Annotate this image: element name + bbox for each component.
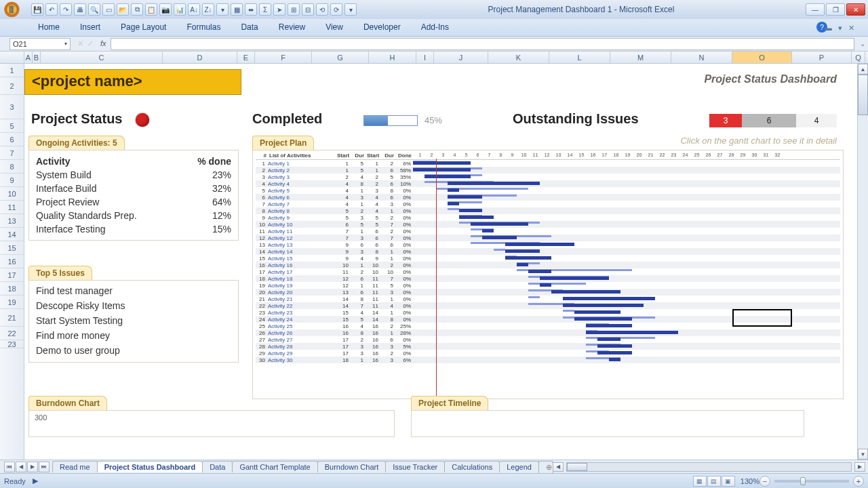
minimize-button[interactable]: — xyxy=(806,3,825,16)
hscroll-right-icon[interactable]: ▶ xyxy=(854,462,865,472)
col-header-D[interactable]: D xyxy=(163,52,237,63)
sheet-nav-prev-icon[interactable]: ◀ xyxy=(16,462,26,472)
horizontal-scrollbar[interactable]: ◀ ▶ xyxy=(553,462,868,472)
col-header-P[interactable]: P xyxy=(792,52,852,63)
sheet-tab-data[interactable]: Data xyxy=(202,461,233,472)
col-header-E[interactable]: E xyxy=(237,52,255,63)
row-header-22[interactable]: 22 xyxy=(0,327,24,340)
vscroll-thumb[interactable] xyxy=(858,75,868,115)
sheet-nav-last-icon[interactable]: ⏭ xyxy=(39,462,50,472)
sheet-tab-issue-tracker[interactable]: Issue Tracker xyxy=(385,461,445,472)
ribbon-tab-view[interactable]: View xyxy=(321,20,347,36)
ribbon-minimize-icon[interactable]: ▬ ▾ ✕ xyxy=(825,24,854,33)
qat-autosum-icon[interactable]: Σ xyxy=(259,3,271,16)
project-name-cell[interactable]: <project name> xyxy=(24,69,241,95)
qat-rotate-left-icon[interactable]: ⟲ xyxy=(316,3,328,16)
worksheet-grid[interactable]: 12356789101113141516171819212223 <projec… xyxy=(0,64,868,460)
qat-undo-icon[interactable]: ↶ xyxy=(45,3,58,16)
qat-chart-icon[interactable]: 📊 xyxy=(174,3,186,16)
row-header-15[interactable]: 15 xyxy=(0,241,24,255)
sheet-tab-project-status-dashboard[interactable]: Project Status Dashboard xyxy=(97,461,203,472)
row-header-5[interactable]: 5 xyxy=(0,119,24,133)
macro-record-icon[interactable]: ▶ xyxy=(33,476,38,485)
qat-sort-asc-icon[interactable]: A↓ xyxy=(188,3,200,16)
zoom-thumb[interactable] xyxy=(800,477,806,485)
qat-pointer-icon[interactable]: ➤ xyxy=(273,3,285,16)
vertical-scrollbar[interactable]: ▲ ▼ xyxy=(857,64,868,460)
zoom-level[interactable]: 130% xyxy=(741,477,760,485)
zoom-slider[interactable] xyxy=(774,480,849,483)
col-header-G[interactable]: G xyxy=(312,52,369,63)
office-button[interactable] xyxy=(3,1,28,18)
row-header-21[interactable]: 21 xyxy=(0,309,24,327)
qat-filter-icon[interactable]: ▾ xyxy=(216,3,229,16)
maximize-button[interactable]: ❐ xyxy=(826,3,845,16)
col-header-Q[interactable]: Q xyxy=(852,52,865,63)
fx-icon[interactable]: fx xyxy=(100,39,106,48)
col-header-A[interactable]: A xyxy=(24,52,33,63)
formula-bar[interactable] xyxy=(111,38,854,50)
row-header-11[interactable]: 11 xyxy=(0,201,24,214)
ribbon-tab-review[interactable]: Review xyxy=(275,20,309,36)
col-header-C[interactable]: C xyxy=(41,52,163,63)
qat-more-icon[interactable]: ▾ xyxy=(344,3,357,16)
fx-accept-icon[interactable]: ✓ xyxy=(87,39,94,48)
row-header-19[interactable]: 19 xyxy=(0,296,24,309)
row-header-16[interactable]: 16 xyxy=(0,255,24,268)
select-all-corner[interactable] xyxy=(0,52,24,63)
ribbon-tab-formulas[interactable]: Formulas xyxy=(182,20,224,36)
col-header-I[interactable]: I xyxy=(416,52,434,63)
col-header-H[interactable]: H xyxy=(369,52,416,63)
col-header-F[interactable]: F xyxy=(255,52,312,63)
ribbon-tab-home[interactable]: Home xyxy=(34,20,64,36)
row-header-17[interactable]: 17 xyxy=(0,268,24,282)
row-header-6[interactable]: 6 xyxy=(0,133,24,146)
row-header-23[interactable]: 23 xyxy=(0,340,24,348)
col-header-O[interactable]: O xyxy=(732,52,792,63)
col-header-L[interactable]: L xyxy=(549,52,610,63)
name-box[interactable]: O21 xyxy=(9,38,71,50)
qat-new-icon[interactable]: ▭ xyxy=(102,3,115,16)
row-header-7[interactable]: 7 xyxy=(0,146,24,160)
fx-cancel-icon[interactable]: ✕ xyxy=(77,39,83,48)
ribbon-tab-page-layout[interactable]: Page Layout xyxy=(117,20,170,36)
ribbon-tab-developer[interactable]: Developer xyxy=(359,20,405,36)
qat-rotate-right-icon[interactable]: ⟳ xyxy=(330,3,342,16)
close-button[interactable]: ✕ xyxy=(846,3,865,16)
qat-sort-desc-icon[interactable]: Z↓ xyxy=(202,3,214,16)
ribbon-tab-insert[interactable]: Insert xyxy=(76,20,104,36)
row-header-9[interactable]: 9 xyxy=(0,174,24,187)
row-header-14[interactable]: 14 xyxy=(0,228,24,241)
column-headers[interactable]: ABCDEFGHIJKLMNOPQ xyxy=(0,52,868,64)
formula-expand-icon[interactable]: ⌄ xyxy=(857,40,868,47)
sheet-tab-calculations[interactable]: Calculations xyxy=(444,461,500,472)
zoom-out-button[interactable]: − xyxy=(760,476,770,487)
sheet-nav-next-icon[interactable]: ▶ xyxy=(27,462,38,472)
gantt-chart[interactable]: #List of ActivitiesStartDurStartDurDone1… xyxy=(252,150,844,399)
qat-redo-icon[interactable]: ↷ xyxy=(60,3,72,16)
sheet-tab-burndown-chart[interactable]: Burndown Chart xyxy=(317,461,387,472)
row-headers[interactable]: 12356789101113141516171819212223 xyxy=(0,64,24,460)
sheet-tab-legend[interactable]: Legend xyxy=(499,461,539,472)
col-header-J[interactable]: J xyxy=(434,52,488,63)
qat-copy-icon[interactable]: ⧉ xyxy=(131,3,143,16)
qat-save-icon[interactable]: 💾 xyxy=(31,3,43,16)
qat-ungroup-icon[interactable]: ⊟ xyxy=(302,3,314,16)
row-header-3[interactable]: 3 xyxy=(0,95,24,119)
sheet-canvas[interactable]: <project name> Project Status Dashboard … xyxy=(24,64,857,460)
view-pagebreak-icon[interactable]: ▣ xyxy=(722,476,735,487)
view-layout-icon[interactable]: ▤ xyxy=(707,476,721,487)
ribbon-tab-add-ins[interactable]: Add-Ins xyxy=(417,20,453,36)
ribbon-tab-data[interactable]: Data xyxy=(237,20,262,36)
row-header-2[interactable]: 2 xyxy=(0,77,24,95)
scroll-up-icon[interactable]: ▲ xyxy=(858,64,868,75)
col-header-B[interactable]: B xyxy=(33,52,41,63)
row-header-13[interactable]: 13 xyxy=(0,214,24,228)
row-header-1[interactable]: 1 xyxy=(0,64,24,77)
new-sheet-button[interactable]: ⊕ xyxy=(538,461,553,473)
row-header-18[interactable]: 18 xyxy=(0,282,24,296)
qat-camera-icon[interactable]: 📷 xyxy=(159,3,172,16)
hscroll-left-icon[interactable]: ◀ xyxy=(553,462,564,472)
view-normal-icon[interactable]: ▦ xyxy=(693,476,707,487)
col-header-K[interactable]: K xyxy=(488,52,549,63)
